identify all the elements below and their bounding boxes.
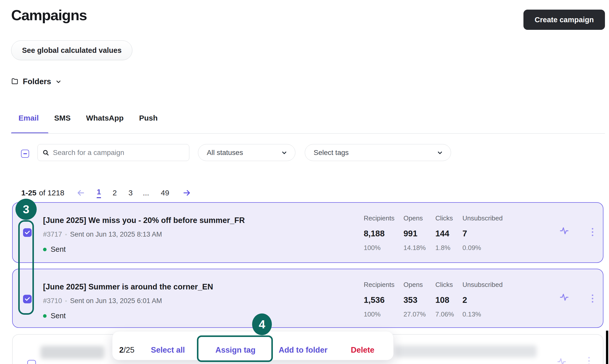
folders-toggle[interactable]: Folders: [11, 77, 62, 86]
annotation-step-4-badge: 4: [252, 313, 272, 335]
annotation-highlight-assign-tag: [197, 335, 273, 362]
selected-count-total: /25: [124, 346, 134, 354]
stat-clicks: Clicks 108 7.06%: [435, 281, 454, 318]
delete-button[interactable]: Delete: [351, 346, 374, 355]
stat-unsubscribed: Unsubscribed 2 0.13%: [462, 281, 503, 318]
pagination-ellipsis: ...: [143, 189, 149, 197]
campaign-sent-info: Sent on Jun 13, 2025 6:01 AM: [70, 297, 162, 305]
campaign-row[interactable]: [June 2025] We miss you - 20% off before…: [12, 202, 603, 263]
tabs-divider: [11, 133, 605, 134]
add-to-folder-button[interactable]: Add to folder: [279, 346, 328, 355]
campaign-report-activity-icon[interactable]: [559, 292, 569, 302]
campaign-title[interactable]: [June 2025] We miss you - 20% off before…: [43, 216, 245, 225]
campaign-search-box: [37, 144, 189, 161]
campaign-meta: #3710 • Sent on Jun 13, 2025 6:01 AM: [43, 297, 162, 305]
campaign-status: Sent: [43, 312, 66, 320]
stat-header: Recipients: [364, 214, 394, 222]
page-1[interactable]: 1: [97, 188, 101, 198]
tab-email[interactable]: Email: [18, 114, 39, 122]
stat-percent: 14.18%: [403, 244, 426, 252]
channel-tabs: Email SMS WhatsApp Push: [18, 114, 158, 122]
stat-header: Opens: [403, 214, 426, 222]
campaign-report-activity-icon[interactable]: [557, 357, 566, 364]
tags-filter-value: Select tags: [314, 149, 349, 157]
campaign-report-activity-icon[interactable]: [559, 226, 569, 236]
chevron-down-icon: [55, 78, 62, 85]
stat-value: 8,188: [364, 229, 394, 238]
stat-percent: 0.09%: [462, 244, 503, 252]
row-more-options-icon[interactable]: [591, 293, 594, 304]
annotation-step-3-badge: 3: [15, 199, 37, 220]
stat-header: Clicks: [435, 281, 454, 289]
status-label: Sent: [51, 245, 66, 254]
row-more-options-icon[interactable]: [588, 357, 590, 364]
search-input[interactable]: [53, 149, 185, 157]
page-title: Campaigns: [11, 7, 87, 24]
stat-value: 2: [462, 295, 503, 305]
campaign-meta: #3717 • Sent on Jun 13, 2025 8:13 AM: [43, 231, 162, 238]
stat-percent: 7.06%: [435, 310, 454, 318]
stat-header: Opens: [403, 281, 426, 289]
selected-count: 2/25: [119, 346, 134, 355]
status-filter-value: All statuses: [207, 149, 243, 157]
status-dot-icon: [43, 248, 47, 251]
row-checkbox-unchecked[interactable]: [27, 360, 36, 364]
select-all-button[interactable]: Select all: [151, 346, 185, 355]
stat-percent: 27.07%: [403, 310, 426, 318]
tab-whatsapp[interactable]: WhatsApp: [86, 114, 124, 122]
stat-unsubscribed: Unsubscribed 7 0.09%: [462, 214, 503, 252]
tab-sms[interactable]: SMS: [54, 114, 71, 122]
global-calculated-values-button[interactable]: See global calculated values: [11, 40, 132, 60]
tags-filter-select[interactable]: Select tags: [305, 144, 451, 161]
tab-push[interactable]: Push: [139, 114, 157, 122]
stat-value: 144: [435, 229, 453, 238]
stat-header: Clicks: [435, 214, 453, 222]
stat-percent: 100%: [364, 244, 394, 252]
selected-count-number: 2: [119, 346, 124, 354]
pagination-range: 1-25: [21, 189, 36, 197]
page-49[interactable]: 49: [161, 189, 169, 197]
campaign-id: #3717: [43, 231, 62, 238]
campaign-sent-info: Sent on Jun 13, 2025 8:13 AM: [70, 231, 162, 238]
blurred-campaign-stats: [395, 345, 537, 357]
chevron-down-icon: [437, 149, 443, 156]
stat-header: Unsubscribed: [462, 281, 503, 289]
row-more-options-icon[interactable]: [591, 227, 594, 237]
stat-value: 353: [403, 295, 426, 305]
campaign-status: Sent: [43, 245, 66, 254]
stat-clicks: Clicks 144 1.8%: [435, 214, 453, 252]
stat-value: 108: [435, 295, 454, 305]
stat-recipients: Recipients 8,188 100%: [364, 214, 394, 252]
page-3[interactable]: 3: [129, 189, 133, 197]
campaigns-page: Campaigns Create campaign See global cal…: [0, 0, 609, 364]
pagination-total: of 1218: [39, 189, 64, 197]
campaign-id: #3710: [43, 297, 62, 305]
annotation-highlight-checkboxes: [18, 220, 34, 315]
select-all-checkbox[interactable]: [21, 150, 29, 158]
status-label: Sent: [51, 312, 66, 320]
campaign-row[interactable]: [June 2025] Summer is around the corner_…: [12, 269, 603, 328]
folder-icon: [11, 78, 19, 85]
stat-opens: Opens 991 14.18%: [403, 214, 426, 252]
stat-value: 7: [462, 229, 503, 238]
pagination: 1-25 of 1218 1 2 3 ... 49: [21, 188, 191, 198]
status-filter-select[interactable]: All statuses: [198, 144, 295, 161]
campaign-title[interactable]: [June 2025] Summer is around the corner_…: [43, 282, 213, 291]
stat-value: 991: [403, 229, 426, 238]
stat-header: Unsubscribed: [462, 214, 503, 222]
dot-separator: •: [65, 231, 67, 238]
create-campaign-button[interactable]: Create campaign: [523, 10, 605, 30]
next-page-arrow-icon[interactable]: [182, 189, 191, 197]
status-dot-icon: [43, 314, 47, 318]
stat-header: Recipients: [364, 281, 394, 289]
previous-page-arrow-icon[interactable]: [76, 189, 85, 197]
dot-separator: •: [65, 298, 67, 304]
stat-recipients: Recipients 1,536 100%: [364, 281, 394, 318]
stat-value: 1,536: [364, 295, 394, 305]
vertical-scrollbar[interactable]: [606, 331, 608, 364]
stat-percent: 0.13%: [462, 310, 503, 318]
indeterminate-minus-icon: [23, 153, 27, 154]
stat-opens: Opens 353 27.07%: [403, 281, 426, 318]
page-2[interactable]: 2: [113, 189, 117, 197]
chevron-down-icon: [281, 149, 288, 156]
